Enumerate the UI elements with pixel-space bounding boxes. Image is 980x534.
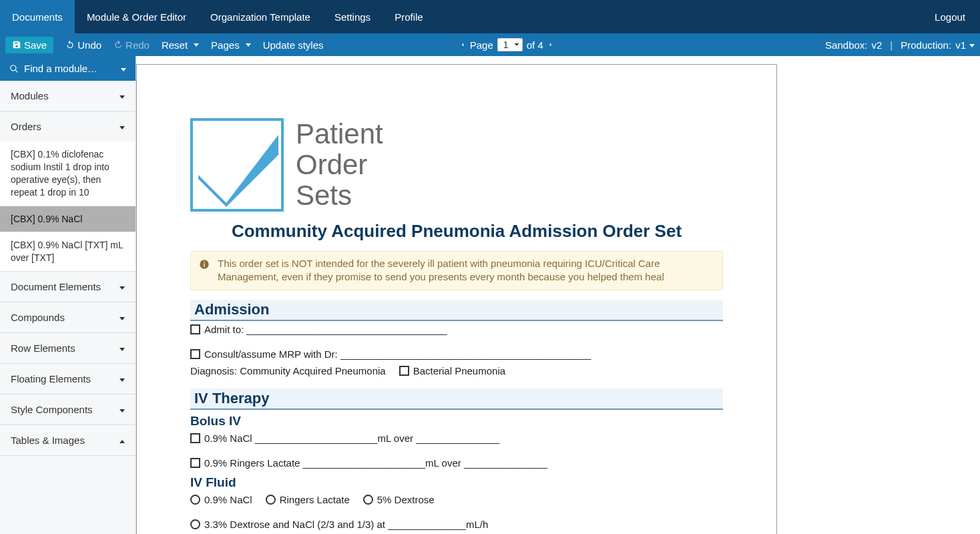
fluid-dextrose33-label: 3.3% Dextrose and NaCl (2/3 and 1/3) at … (204, 519, 488, 530)
save-label: Save (24, 39, 47, 51)
page-label: Page (470, 39, 493, 51)
order-item-nacl[interactable]: [CBX] 0.9% NaCl (0, 206, 136, 233)
sidebar-header-compounds[interactable]: Compounds (0, 302, 136, 332)
production-version-dropdown[interactable]: v1 (955, 39, 975, 51)
logo-icon (190, 118, 284, 212)
caret-icon (116, 312, 125, 323)
caret-icon (116, 373, 125, 384)
module-search[interactable]: Find a module… (0, 56, 136, 81)
sidebar-section-doc-elements: Document Elements (0, 272, 136, 302)
caret-icon (116, 121, 125, 132)
reset-dropdown[interactable]: Reset (162, 39, 199, 51)
page-total: of 4 (527, 39, 543, 51)
caret-icon (116, 342, 125, 354)
checkbox-bolus-ringers[interactable]: 0.9% Ringers Lactate ___________________… (190, 457, 547, 469)
nav-tab-profile[interactable]: Profile (383, 0, 435, 33)
logout-link[interactable]: Logout (920, 0, 980, 33)
main-layout: Find a module… Modules Orders [CBX] 0.1%… (0, 56, 980, 534)
subsection-iv-fluid: IV Fluid (190, 475, 723, 490)
sidebar-header-tables-images[interactable]: Tables & Images (0, 425, 136, 455)
logo-text: Patient Order Sets (296, 119, 383, 212)
sidebar-label: Orders (11, 121, 41, 132)
sidebar-section-style-components: Style Components (0, 394, 136, 425)
section-admission: Admission (190, 300, 723, 321)
sidebar-label: Floating Elements (11, 373, 91, 384)
checkmark-icon (198, 134, 278, 208)
caret-icon (116, 90, 125, 101)
sidebar-section-compounds: Compounds (0, 302, 136, 333)
subsection-bolus: Bolus IV (190, 414, 723, 429)
toolbar: Save Undo Redo Reset Pages Update styles… (0, 33, 980, 56)
sidebar: Find a module… Modules Orders [CBX] 0.1%… (0, 56, 136, 534)
sidebar-label: Tables & Images (11, 435, 85, 446)
page-select[interactable]: 1 (497, 38, 523, 51)
redo-button[interactable]: Redo (113, 39, 150, 51)
radio-fluid-ringers[interactable]: Ringers Lactate (266, 494, 350, 505)
pages-dropdown[interactable]: Pages (211, 39, 251, 51)
sidebar-header-style-components[interactable]: Style Components (0, 394, 136, 425)
sandbox-version[interactable]: v2 (871, 39, 882, 51)
production-label: Production: (901, 39, 951, 51)
sidebar-header-floating-elements[interactable]: Floating Elements (0, 364, 136, 394)
section-iv-therapy: IV Therapy (190, 388, 723, 410)
order-item-diclofenac[interactable]: [CBX] 0.1% diclofenac sodium Instil 1 dr… (0, 142, 136, 206)
order-item-nacl-txt[interactable]: [CBX] 0.9% NaCl [TXT] mL over [TXT] (0, 232, 136, 271)
sandbox-label: Sandbox: (825, 39, 867, 51)
search-dropdown-caret[interactable] (117, 63, 126, 74)
sidebar-header-orders[interactable]: Orders (0, 111, 136, 142)
caret-up-icon (116, 435, 125, 446)
sidebar-label: Document Elements (11, 281, 101, 292)
update-styles-button[interactable]: Update styles (263, 39, 324, 51)
svg-point-3 (204, 262, 205, 263)
nav-tab-documents[interactable]: Documents (0, 0, 75, 33)
search-placeholder: Find a module… (24, 63, 97, 74)
nav-tab-settings[interactable]: Settings (322, 0, 383, 33)
search-icon (9, 64, 19, 73)
sidebar-section-modules: Modules (0, 81, 136, 111)
admission-row-1: Admit to: ______________________________… (190, 321, 723, 362)
checkbox-admit-to[interactable]: Admit to: ______________________________… (190, 324, 447, 335)
radio-fluid-dextrose5[interactable]: 5% Dextrose (363, 494, 435, 505)
fluid-row: 0.9% NaCl Ringers Lactate 5% Dextrose 3.… (190, 491, 723, 533)
caret-icon (116, 404, 125, 415)
sidebar-header-doc-elements[interactable]: Document Elements (0, 272, 136, 302)
chevron-right-icon[interactable] (547, 40, 554, 49)
document-page[interactable]: Patient Order Sets Community Acquired Pn… (136, 64, 777, 534)
sidebar-section-row-elements: Row Elements (0, 333, 136, 364)
undo-button[interactable]: Undo (65, 39, 101, 51)
version-divider: | (890, 39, 893, 51)
sidebar-label: Style Components (11, 404, 93, 415)
alert-text: This order set is NOT intended for the s… (218, 257, 714, 284)
sidebar-label: Compounds (11, 312, 65, 323)
undo-label: Undo (77, 39, 101, 51)
checkbox-consult[interactable]: Consult/assume MRP with Dr: ____________… (190, 348, 591, 360)
diagnosis-label: Diagnosis: Community Acquired Pneumonia (190, 365, 386, 376)
fluid-nacl-label: 0.9% NaCl (204, 494, 252, 505)
radio-fluid-nacl[interactable]: 0.9% NaCl (190, 494, 252, 505)
sidebar-label: Modules (11, 90, 49, 101)
fluid-dextrose5-label: 5% Dextrose (377, 494, 435, 505)
fluid-ringers-label: Ringers Lactate (280, 494, 350, 505)
nav-tab-org-template[interactable]: Organization Template (198, 0, 322, 33)
sidebar-section-orders: Orders [CBX] 0.1% diclofenac sodium Inst… (0, 111, 136, 272)
nav-tab-module-editor[interactable]: Module & Order Editor (75, 0, 198, 33)
sidebar-header-row-elements[interactable]: Row Elements (0, 333, 136, 363)
checkbox-bacterial[interactable]: Bacterial Pneumonia (399, 365, 505, 376)
radio-fluid-dextrose33[interactable]: 3.3% Dextrose and NaCl (2/3 and 1/3) at … (190, 519, 488, 530)
checkbox-bolus-nacl[interactable]: 0.9% NaCl ______________________mL over … (190, 433, 499, 444)
chevron-left-icon[interactable] (459, 40, 466, 49)
bacterial-label: Bacterial Pneumonia (413, 365, 505, 376)
top-nav: Documents Module & Order Editor Organiza… (0, 0, 980, 33)
logo-row: Patient Order Sets (190, 118, 723, 212)
warning-alert: This order set is NOT intended for the s… (190, 251, 723, 290)
admit-to-label: Admit to: ______________________________… (204, 324, 447, 335)
sidebar-section-tables-images: Tables & Images (0, 425, 136, 456)
bolus-row: 0.9% NaCl ______________________mL over … (190, 430, 723, 471)
document-canvas[interactable]: Patient Order Sets Community Acquired Pn… (136, 56, 980, 534)
redo-icon (113, 40, 123, 49)
page-nav: Page 1 of 4 (459, 38, 554, 51)
sidebar-header-modules[interactable]: Modules (0, 81, 136, 111)
caret-icon (116, 281, 125, 292)
info-icon (199, 259, 210, 273)
save-button[interactable]: Save (5, 37, 53, 53)
